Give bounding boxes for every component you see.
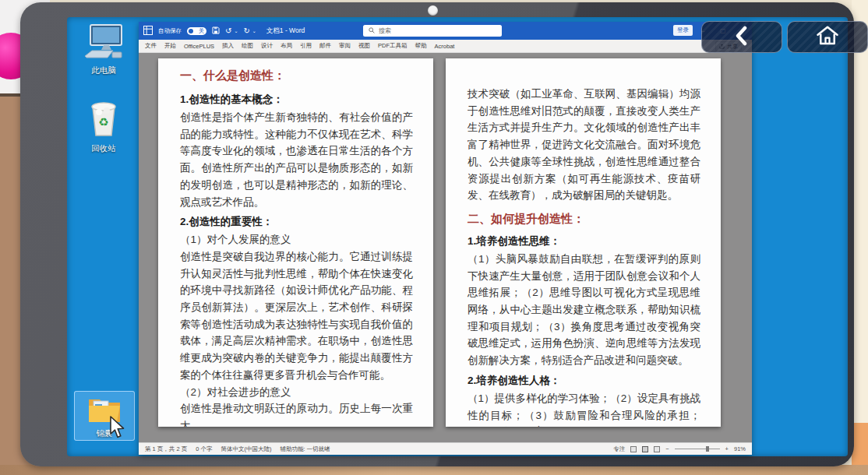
- autosave-label: 自动保存: [158, 27, 182, 35]
- focus-mode-button[interactable]: 专注: [613, 445, 625, 453]
- autosave-toggle[interactable]: 关: [187, 27, 206, 35]
- toolbar-more-caret-icon[interactable]: ⌄: [252, 28, 256, 33]
- tab-insert[interactable]: 插入: [222, 42, 234, 50]
- list-item: （2）对社会进步的意义: [180, 384, 413, 401]
- desktop-icon-label: 此电脑: [91, 66, 116, 76]
- mouse-cursor-icon: [108, 416, 125, 442]
- this-pc-icon: [83, 23, 125, 64]
- search-icon: [369, 27, 375, 35]
- back-button[interactable]: [701, 21, 782, 53]
- tab-view[interactable]: 视图: [358, 42, 370, 50]
- undo-caret-icon[interactable]: ⌄: [234, 28, 238, 33]
- zoom-slider-thumb[interactable]: [706, 446, 709, 452]
- zoom-in-icon[interactable]: +: [725, 445, 729, 452]
- tab-home[interactable]: 开始: [164, 42, 176, 50]
- section-heading-2: 二、如何提升创造性：: [468, 212, 700, 227]
- zoom-out-icon[interactable]: −: [665, 445, 669, 452]
- paragraph: 技术突破（如工业革命、互联网、基因编辑）均源于创造性思维对旧范式的颠覆，直接改变…: [468, 86, 700, 204]
- scene: 此电脑 ♻ 回收站: [0, 0, 868, 475]
- desktop-icon-jinnang[interactable]: 锦囊: [74, 391, 135, 441]
- word-count[interactable]: 0 个字: [196, 445, 212, 453]
- page-2[interactable]: 技术突破（如工业革命、互联网、基因编辑）均源于创造性思维对旧范式的颠覆，直接改变…: [446, 58, 721, 427]
- word-window: 自动保存 关 ↺ ⌄ ↻ ⌄: [139, 22, 752, 455]
- home-button[interactable]: [787, 21, 868, 53]
- document-area: 一、什么是创造性： 1.创造性的基本概念： 创造性是指个体产生新奇独特的、有社会…: [139, 53, 752, 442]
- page-1[interactable]: 一、什么是创造性： 1.创造性的基本概念： 创造性是指个体产生新奇独特的、有社会…: [158, 58, 433, 427]
- list-item: （1）对个人发展的意义: [180, 231, 413, 248]
- paragraph: 创造性是突破自我边界的核心能力。它通过训练提升认知灵活性与批判性思维，帮助个体在…: [180, 248, 413, 384]
- toggle-knob-icon: [189, 29, 193, 33]
- subheading: 1.创造性的基本概念：: [180, 93, 413, 107]
- quick-access-toolbar: ↺ ⌄ ↻ ⌄: [212, 26, 256, 36]
- paragraph: 创造性是指个体产生新奇独特的、有社会价值的产品的能力或特性。这种能力不仅体现在艺…: [180, 109, 413, 210]
- page-indicator[interactable]: 第 1 页，共 2 页: [145, 445, 187, 453]
- tab-officeplus[interactable]: OfficePLUS: [184, 43, 214, 50]
- tab-draw[interactable]: 绘图: [242, 42, 253, 50]
- search-input[interactable]: 搜索: [363, 25, 502, 37]
- undo-icon[interactable]: ↺: [225, 26, 231, 35]
- desktop-icon-this-pc[interactable]: 此电脑: [73, 20, 134, 78]
- svg-text:♻: ♻: [98, 115, 108, 128]
- tab-review[interactable]: 审阅: [339, 42, 351, 50]
- tab-file[interactable]: 文件: [145, 42, 157, 50]
- web-layout-icon[interactable]: [654, 446, 660, 452]
- back-chevron-icon: [732, 26, 751, 49]
- read-mode-icon[interactable]: [630, 446, 637, 452]
- windows-desktop: 此电脑 ♻ 回收站: [67, 17, 848, 456]
- document-title: 文档1 - Word: [266, 26, 305, 36]
- autosave-state: 关: [199, 28, 204, 34]
- zoom-level[interactable]: 91%: [734, 445, 746, 452]
- zoom-slider[interactable]: [675, 445, 720, 452]
- save-icon[interactable]: [212, 26, 220, 36]
- language-status[interactable]: 简体中文(中国大陆): [221, 445, 271, 453]
- subheading: 1.培养创造性思维：: [468, 234, 700, 248]
- section-heading-1: 一、什么是创造性：: [180, 69, 413, 83]
- redo-icon[interactable]: ↻: [243, 26, 249, 35]
- tab-pdf-tools[interactable]: PDF工具箱: [378, 42, 408, 50]
- tab-acrobat[interactable]: Acrobat: [435, 43, 455, 50]
- tab-references[interactable]: 引用: [300, 42, 312, 50]
- login-button[interactable]: 登录: [673, 25, 693, 36]
- desktop-icon-recycle-bin[interactable]: ♻ 回收站: [73, 97, 134, 156]
- wall-right: [852, 0, 868, 475]
- tab-layout[interactable]: 布局: [281, 42, 292, 50]
- accessibility-status[interactable]: 辅助功能: 一切就绪: [280, 445, 330, 453]
- desktop-icon-label: 回收站: [91, 144, 116, 153]
- word-app-icon[interactable]: [143, 24, 153, 38]
- subheading: 2.培养创造性人格：: [468, 374, 700, 388]
- tab-help[interactable]: 帮助: [415, 42, 427, 50]
- tab-design[interactable]: 设计: [261, 42, 273, 50]
- word-titlebar: 自动保存 关 ↺ ⌄ ↻ ⌄: [139, 22, 752, 40]
- home-icon: [816, 25, 839, 50]
- paragraph: （1）头脑风暴鼓励自由联想，在暂缓评判的原则下快速产生大量创意，适用于团队创意会…: [468, 251, 700, 369]
- recycle-bin-icon: ♻: [87, 100, 120, 142]
- subheading: 2.创造性的重要性：: [180, 215, 413, 229]
- tab-mailings[interactable]: 邮件: [319, 42, 331, 50]
- status-bar: 第 1 页，共 2 页 0 个字 简体中文(中国大陆) 辅助功能: 一切就绪 专…: [139, 442, 752, 455]
- paragraph: （1）提供多样化的学习体验；（2）设定具有挑战性的目标；（3）鼓励冒险和合理风险…: [468, 390, 700, 427]
- camera-icon: [428, 5, 438, 16]
- print-layout-icon[interactable]: [642, 446, 648, 452]
- search-placeholder: 搜索: [379, 26, 391, 35]
- paragraph: 创造性是推动文明跃迁的原动力。历史上每一次重大: [180, 400, 413, 427]
- ribbon-tabs: 文件 开始 OfficePLUS 插入 绘图 设计 布局 引用 邮件 审阅 视图…: [139, 40, 752, 53]
